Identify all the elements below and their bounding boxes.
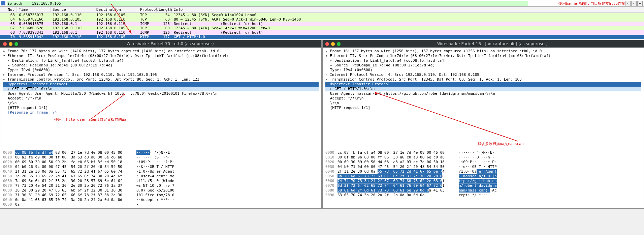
packet-list-header: No. Time Source Destination Protocol Len… [0,7,644,13]
hex-row[interactable]: 00a00d 0a 41 63 63 65 70 74 3a 20 2a 2f … [3,198,319,202]
packet-row[interactable]: 709.065915042192.168.0.110192.168.0.105H… [0,35,644,39]
hex-row[interactable]: 003004 b0 71 9d 00 00 47 45 54 20 2f 20 … [325,165,641,169]
minimize-icon[interactable] [9,42,12,46]
clear-filter-button[interactable]: ✕ [625,1,631,6]
hex-row[interactable]: 008038 2e 30 29 20 47 65 63 6b 6f 2f 32 … [3,188,319,193]
tree-node[interactable]: Type: IPv4 (0x0800) [325,68,641,72]
minimize-icon[interactable] [331,42,335,46]
tree-node[interactable]: GET / HTTP/1.0\r\n [325,87,641,91]
tree-node[interactable]: User-Agent: User-Agent: Mozilla/5.0 (Win… [3,91,319,96]
hex-row[interactable]: 00402f 31 2e 30 0d 0a 55 73 65 72 2d 41 … [3,169,319,174]
tree-node[interactable]: Transmission Control Protocol, Src Port:… [325,77,641,82]
hex-row[interactable]: 00402f 31 2e 30 0d 0a 55 73 65 72 2d 41 … [325,169,641,174]
hex-row[interactable]: 009063 65 70 74 3a 20 2a 2f 2a 0d 0a 0d … [325,193,641,198]
packet-details-tree-left[interactable]: Frame 70: 177 bytes on wire (1416 bits),… [0,48,321,149]
tree-node[interactable]: \r\n [325,101,641,106]
tree-node[interactable]: Hypertext Transfer Protocol [3,82,319,87]
tree-node[interactable]: Source: PcsCompu_1e:7d:4e (08:00:27:1e:7… [325,63,641,68]
packet-row[interactable]: 656.059916375192.168.0.1192.168.0.110ICM… [0,22,644,26]
packet-row[interactable]: 687.039398343192.168.0.1192.168.0.110ICM… [0,30,644,35]
hex-row[interactable]: 00706d 2f 72 6f 62 65 72 74 64 61 76 69 … [325,183,641,188]
col-destination[interactable]: Destination [94,7,138,12]
annotation-filter: 使用banner扫描，与目标建立http连接 [558,1,625,6]
packet-row[interactable]: 677.036809528192.168.0.110192.168.0.105T… [0,26,644,30]
packet-details-tree-right[interactable]: Frame 16: 157 bytes on wire (1256 bits),… [323,48,644,149]
hex-row[interactable]: 00503a 20 55 73 65 72 2d 41 67 65 6e 74 … [3,174,319,179]
annotation-ua-default: 默认参数扫描ua是masscan [478,141,524,146]
hex-row[interactable]: 002000 69 30 39 00 50 99 2b fe e0 06 bf … [3,160,319,165]
titlebar-left[interactable]: Wireshark · Packet 70 · eth0 (as superus… [0,40,321,48]
maximize-icon[interactable] [337,42,341,46]
hex-row[interactable]: 00b00a· [3,202,319,207]
tree-node[interactable]: Accept: */*\r\n [325,96,641,101]
hex-row[interactable]: 00503a 20 6d 61 73 73 63 61 6e 2f 31 2e … [325,174,641,179]
hex-row[interactable]: 0000cc 08 fb fa df a4 08 00 27 1e 7d 4e … [325,150,641,155]
window-title-left: Wireshark · Packet 70 · eth0 (as superus… [22,41,319,46]
tree-node[interactable]: Destination: Tp-LinkT_fa:df:a4 (cc:08:fb… [325,58,641,63]
tree-node[interactable]: GET / HTTP/1.0\r\n [3,87,319,91]
tree-node[interactable]: Frame 16: 157 bytes on wire (1256 bits),… [325,49,641,54]
col-info[interactable]: Info [172,7,644,12]
hex-row[interactable]: 008068 61 6d 2f 6d 61 73 73 63 61 6e 29 … [325,188,641,193]
hex-row[interactable]: 0000cc 08 fb fa df a4 08 00 27 1e 7d 4e … [3,150,319,155]
tree-node[interactable]: Ethernet II, Src: PcsCompu_1e:7d:4e (08:… [325,54,641,58]
col-length[interactable]: Length [157,7,172,12]
hex-row[interactable]: 006074 74 70 73 3a 2f 2f 67 69 74 68 75 … [325,179,641,183]
col-time[interactable]: Time [17,7,51,12]
tree-node[interactable]: Hypertext Transfer Protocol [325,82,641,87]
hex-pane-right[interactable]: 0000cc 08 fb fa df a4 08 00 27 1e 7d 4e … [323,149,644,199]
hex-row[interactable]: 002000 69 30 39 00 50 d4 08 a8 a2 03 ac … [325,160,641,165]
tree-node[interactable]: Source: PcsCompu_1e:7d:4e (08:00:27:1e:7… [3,63,319,68]
hex-row[interactable]: 007077 73 20 4e 54 20 31 30 2e 30 3b 20 … [3,183,319,188]
tree-node[interactable]: Type: IPv4 (0x0800) [3,68,319,72]
hex-row[interactable]: 001000 a3 fe d9 00 00 ff 06 3a 53 c0 a8 … [3,155,319,160]
tree-node[interactable]: Internet Protocol Version 4, Src: 192.16… [325,72,641,77]
packet-row[interactable]: 636.058736017192.168.0.110192.168.0.105T… [0,13,644,17]
tree-node[interactable]: [HTTP request 1/1] [325,106,641,110]
hex-row[interactable]: 003004 b0 26 9c 00 00 47 45 54 20 2f 20 … [3,165,319,169]
col-protocol[interactable]: Protocol [138,7,157,12]
tree-node[interactable]: [HTTP request 1/1] [3,106,319,110]
add-filter-button[interactable]: + [637,1,643,6]
filter-dropdown-button[interactable]: ▾ [631,1,637,6]
tree-node[interactable]: [Response in frame: 74] [3,110,319,115]
tree-node[interactable]: Internet Protocol Version 4, Src: 192.16… [3,72,319,77]
display-filter-bar: 使用banner扫描，与目标建立http连接 ✕ ▾ + [0,0,644,7]
col-source[interactable]: Source [51,7,94,12]
tree-node[interactable]: \r\n [3,101,319,106]
tree-node[interactable]: Frame 70: 177 bytes on wire (1416 bits),… [3,49,319,54]
tree-node[interactable]: Accept: */*\r\n [3,96,319,101]
close-icon[interactable] [325,42,329,46]
window-title-right: Wireshark · Packet 16 · [no capture file… [344,41,641,46]
tree-node[interactable]: Transmission Control Protocol, Src Port:… [3,77,319,82]
packet-row[interactable]: 646.059782160192.168.0.105192.168.0.110T… [0,17,644,22]
bookmark-icon[interactable] [1,1,5,5]
packet-detail-window-right: Wireshark · Packet 16 · [no capture file… [322,40,644,209]
packet-list-pane: No. Time Source Destination Protocol Len… [0,7,644,39]
hex-row[interactable]: 00607a 69 6c 6c 61 2f 35 2e 30 20 28 57 … [3,179,319,183]
col-no[interactable]: No. [0,7,17,12]
annotation-ua-custom: 使用--http-user-agent自定义扫描的ua [54,117,126,122]
packet-detail-window-left: Wireshark · Packet 70 · eth0 (as superus… [0,40,322,209]
hex-row[interactable]: 009031 30 31 20 46 69 72 65 66 6f 78 2f … [3,193,319,198]
titlebar-right[interactable]: Wireshark · Packet 16 · [no capture file… [323,40,644,48]
tree-node[interactable]: Ethernet II, Src: PcsCompu_1e:7d:4e (08:… [3,54,319,58]
tree-node[interactable]: User-Agent: masscan/1.0 (https://github.… [325,91,641,96]
maximize-icon[interactable] [14,42,18,46]
close-icon[interactable] [3,42,7,46]
display-filter-input[interactable] [7,1,528,6]
tree-node[interactable]: Destination: Tp-LinkT_fa:df:a4 (cc:08:fb… [3,58,319,63]
hex-pane-left[interactable]: 0000cc 08 fb fa df a4 08 00 27 1e 7d 4e … [0,149,321,208]
hex-row[interactable]: 001000 8f 8b 9b 00 00 ff 06 30 a6 c0 a8 … [325,155,641,160]
